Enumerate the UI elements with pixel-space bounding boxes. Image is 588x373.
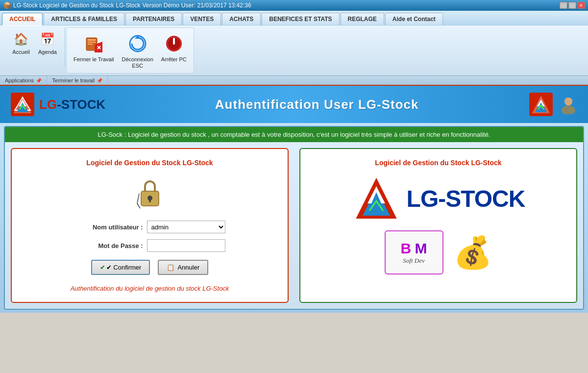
svg-line-28 xyxy=(137,203,140,208)
accueil-label: Accueil xyxy=(12,49,29,55)
ribbon-btn-agenda[interactable]: 📅 Agenda xyxy=(35,28,60,57)
left-panel: Logiciel de Gestion du Stock LG-Stock No… xyxy=(11,148,289,303)
ribbon-btn-accueil[interactable]: 🏠 Accueil xyxy=(9,28,33,57)
applications-label: Applications xyxy=(5,77,34,83)
fermer-label: Fermer le Travail xyxy=(74,56,114,63)
confirm-button[interactable]: ✔ ✔ Confirmer xyxy=(91,260,150,275)
svg-rect-26 xyxy=(149,199,151,202)
pin-icon-terminer: 📌 xyxy=(97,78,102,83)
title-bar-text: LG-Stock Logiciel de Gestion du Stock xyxy=(13,2,114,9)
agenda-icon: 📅 xyxy=(39,30,56,48)
content-area: Logiciel de Gestion du Stock LG-Stock No… xyxy=(5,142,583,309)
lg-logo-text: LG-STOCK xyxy=(407,185,525,212)
logo-svg xyxy=(10,92,35,117)
ribbon-bottom: Applications 📌 Terminer le travail 📌 xyxy=(0,75,588,85)
title-bar: 📦 LG-Stock Logiciel de Gestion du Stock … xyxy=(0,0,588,11)
tab-ventes[interactable]: VENTES xyxy=(183,13,221,25)
ribbon-btn-fermer[interactable]: Fermer le Travail xyxy=(71,30,117,65)
home-icon: 🏠 xyxy=(12,30,30,48)
lg-stock-logo-svg xyxy=(352,176,401,221)
terminer-label: Terminer le travail xyxy=(52,77,95,83)
password-label: Mot de Passe : xyxy=(74,242,143,249)
tab-aide[interactable]: Aide et Contact xyxy=(385,13,443,25)
lg-stock-large-logo: LG-STOCK xyxy=(352,176,525,221)
lock-icon xyxy=(135,176,165,211)
main-frame: LG-Sock : Logiciel de gestion du stock ,… xyxy=(4,126,584,310)
title-bar-app: LG-Stock xyxy=(116,2,140,9)
bm-text: B M xyxy=(401,240,427,257)
password-row: Mot de Passe : xyxy=(22,239,278,252)
tab-articles[interactable]: ARTICLES & FAMILLES xyxy=(44,13,124,25)
title-bar-controls: ─ □ ✕ xyxy=(560,2,585,9)
agenda-label: Agenda xyxy=(38,49,57,55)
password-input[interactable] xyxy=(147,239,225,252)
bm-soft-badge: B M Soft Dev xyxy=(385,230,443,274)
ribbon-bottom-applications[interactable]: Applications 📌 xyxy=(0,76,47,85)
arreter-label: Arrêter PC xyxy=(161,56,187,63)
confirm-label: ✔ Confirmer xyxy=(106,264,142,271)
svg-point-22 xyxy=(562,105,575,114)
ribbon-group-terminer: Fermer le Travail Déconnexion ESC xyxy=(66,27,194,74)
header-logo: LG-STOCK xyxy=(10,92,105,117)
logo-text: LG-STOCK xyxy=(39,97,105,112)
header-logo-right xyxy=(528,92,554,117)
svg-line-27 xyxy=(137,194,139,203)
tab-accueil[interactable]: ACCUEIL xyxy=(2,13,43,25)
cancel-label: Annuler xyxy=(177,264,199,271)
close-button[interactable]: ✕ xyxy=(577,2,585,9)
username-select[interactable]: admin xyxy=(147,221,225,233)
right-panel: Logiciel de Gestion du Stock LG-Stock LG… xyxy=(299,148,577,303)
ribbon-wrapper: ACCUEIL ARTICLES & FAMILLES PARTENAIRES … xyxy=(0,11,588,86)
ribbon-bottom-terminer[interactable]: Terminer le travail 📌 xyxy=(47,76,108,85)
title-bar-version: Version Démo xyxy=(142,2,179,9)
right-panel-title: Logiciel de Gestion du Stock LG-Stock xyxy=(375,159,501,167)
header-right xyxy=(528,92,578,117)
ribbon-btn-deconnexion[interactable]: Déconnexion ESC xyxy=(119,30,156,71)
svg-rect-11 xyxy=(173,38,175,45)
title-bar-datetime: 21/03/2017 13:42:36 xyxy=(197,2,251,9)
user-icon xyxy=(559,95,578,114)
username-row: Nom utilisateur : admin xyxy=(22,221,278,233)
tab-benefices[interactable]: BENEFICES ET STATS xyxy=(262,13,339,25)
lock-icon-container xyxy=(135,176,165,211)
svg-rect-1 xyxy=(88,39,96,41)
deconnexion-label: Déconnexion ESC xyxy=(122,56,153,69)
title-bar-left: 📦 LG-Stock Logiciel de Gestion du Stock … xyxy=(3,1,251,9)
ribbon-group-home: 🏠 Accueil 📅 Agenda xyxy=(4,27,65,67)
tab-partenaires[interactable]: PARTENAIRES xyxy=(125,13,182,25)
pin-icon-applications: 📌 xyxy=(36,78,42,83)
auth-footer: Authentification du logiciel de gestion … xyxy=(71,285,229,292)
svg-rect-2 xyxy=(88,42,96,43)
maximize-button[interactable]: □ xyxy=(568,2,576,9)
money-icon: 💰 xyxy=(453,237,492,268)
cancel-icon: 📋 xyxy=(167,264,174,271)
svg-rect-3 xyxy=(88,44,93,45)
cancel-button[interactable]: 📋 Annuler xyxy=(158,260,208,275)
tab-achats[interactable]: ACHATS xyxy=(222,13,261,25)
minimize-button[interactable]: ─ xyxy=(560,2,567,9)
ribbon-btn-arreter[interactable]: Arrêter PC xyxy=(158,30,190,65)
bottom-logos: B M Soft Dev 💰 xyxy=(385,230,492,274)
info-banner: LG-Sock : Logiciel de gestion du stock ,… xyxy=(5,127,583,142)
title-bar-user-label: User: xyxy=(181,2,196,9)
svg-point-23 xyxy=(564,98,572,105)
tab-reglage[interactable]: REGLAGE xyxy=(341,13,384,25)
form-section: Nom utilisateur : admin Mot de Passe : xyxy=(22,221,278,252)
ribbon-content: 🏠 Accueil 📅 Agenda xyxy=(0,25,588,75)
arreter-icon xyxy=(162,32,186,55)
soft-dev-text: Soft Dev xyxy=(403,257,424,265)
left-panel-title: Logiciel de Gestion du Stock LG-Stock xyxy=(86,159,213,167)
fermer-icon xyxy=(82,32,105,55)
header-banner: LG-STOCK Authentification User LG-Stock xyxy=(0,86,588,123)
form-buttons: ✔ ✔ Confirmer 📋 Annuler xyxy=(91,260,209,275)
tab-bar: ACCUEIL ARTICLES & FAMILLES PARTENAIRES … xyxy=(0,11,588,25)
confirm-check-icon: ✔ xyxy=(100,264,105,271)
main-content: LG-STOCK Authentification User LG-Stock … xyxy=(0,86,588,313)
username-label: Nom utilisateur : xyxy=(74,224,143,231)
ribbon-group-home-buttons: 🏠 Accueil 📅 Agenda xyxy=(9,28,60,57)
header-title: Authentification User LG-Stock xyxy=(215,97,419,112)
deconnexion-icon xyxy=(126,32,149,55)
